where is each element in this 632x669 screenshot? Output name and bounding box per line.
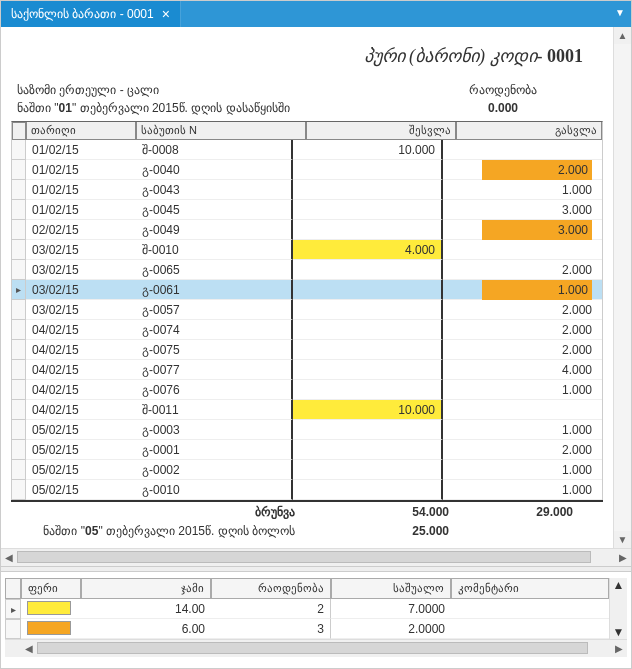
row-indicator — [12, 260, 26, 280]
horizontal-scrollbar-lower[interactable]: ◀ ▶ — [5, 639, 627, 657]
table-row[interactable]: 05/02/15გ-00031.000 — [12, 420, 602, 440]
row-indicator — [12, 380, 26, 400]
scroll-down-icon[interactable]: ▼ — [618, 531, 628, 548]
table-row[interactable]: 04/02/15გ-00742.000 — [12, 320, 602, 340]
vertical-scrollbar[interactable]: ▲ ▼ — [613, 27, 631, 548]
cell-out: 1.000 — [443, 280, 602, 300]
cell-comment — [451, 619, 609, 639]
cell-doc: გ-0010 — [136, 480, 293, 500]
closing-value: 25.000 — [305, 524, 455, 538]
table-row[interactable]: 01/02/15გ-00431.000 — [12, 180, 602, 200]
table-row[interactable]: 02/02/15გ-00493.000 — [12, 220, 602, 240]
totals-label: ბრუნვა — [11, 505, 305, 519]
row-indicator — [12, 440, 26, 460]
table-row[interactable]: 01/02/15გ-00453.000 — [12, 200, 602, 220]
table-row[interactable]: 04/02/15გ-00761.000 — [12, 380, 602, 400]
table-row[interactable]: 04/02/15გ-00774.000 — [12, 360, 602, 380]
table-row[interactable]: ▸03/02/15გ-00611.000 — [12, 280, 602, 300]
table-row[interactable]: 05/02/15გ-00021.000 — [12, 460, 602, 480]
cell-date: 03/02/15 — [26, 300, 136, 320]
opening-balance-label: ნაშთი "01" თებერვალი 2015წ. დღის დასაწყი… — [17, 101, 290, 115]
table-row[interactable]: 04/02/15გ-00752.000 — [12, 340, 602, 360]
cell-doc: შ-0011 — [136, 400, 293, 420]
cell-in — [293, 180, 443, 200]
cell-date: 04/02/15 — [26, 340, 136, 360]
scroll-up-icon[interactable]: ▲ — [618, 27, 628, 44]
grid-header-in[interactable]: შესვლა — [306, 122, 456, 140]
closing-row: ნაშთი "05" თებერვალი 2015წ. დღის ბოლოს 2… — [11, 522, 603, 544]
cell-in — [293, 460, 443, 480]
cell-doc: გ-0040 — [136, 160, 293, 180]
scroll-thumb[interactable] — [37, 642, 588, 654]
cell-out: 1.000 — [443, 420, 602, 440]
cell-out: 2.000 — [443, 340, 602, 360]
table-row[interactable]: 01/02/15შ-000810.000 — [12, 140, 602, 160]
scroll-track[interactable] — [614, 44, 631, 531]
tab-bar: საქონლის ბარათი - 0001 × ▼ — [1, 1, 631, 27]
scroll-right-icon[interactable]: ▶ — [611, 643, 627, 654]
summary-row[interactable]: 6.0032.0000 — [5, 619, 609, 639]
page-title: პური (ბარონი) კოდი- 0001 — [11, 37, 603, 81]
table-row[interactable]: 05/02/15გ-00101.000 — [12, 480, 602, 500]
cell-date: 02/02/15 — [26, 220, 136, 240]
cell-in — [293, 420, 443, 440]
summary-grid-header: ფერი ჯამი რაოდენობა საშუალო კომენტარი — [5, 578, 609, 599]
close-icon[interactable]: × — [162, 7, 170, 21]
summary-header-qty[interactable]: რაოდენობა — [211, 578, 331, 599]
cell-date: 03/02/15 — [26, 240, 136, 260]
table-row[interactable]: 03/02/15გ-00572.000 — [12, 300, 602, 320]
scroll-up-icon[interactable]: ▲ — [613, 578, 625, 592]
table-row[interactable]: 04/02/15შ-001110.000 — [12, 400, 602, 420]
cell-color — [21, 619, 81, 639]
scroll-left-icon[interactable]: ◀ — [1, 552, 17, 563]
cell-date: 04/02/15 — [26, 360, 136, 380]
cell-out — [443, 240, 602, 260]
summary-header-color[interactable]: ფერი — [21, 578, 81, 599]
cell-in: 10.000 — [293, 140, 443, 160]
grid-header-out[interactable]: გასვლა — [456, 122, 602, 140]
table-row[interactable]: 01/02/15გ-00402.000 — [12, 160, 602, 180]
table-row[interactable]: 03/02/15გ-00652.000 — [12, 260, 602, 280]
qty-label: რაოდენობა — [423, 83, 583, 97]
summary-row[interactable]: ▸14.0027.0000 — [5, 599, 609, 619]
summary-pane: ფერი ჯამი რაოდენობა საშუალო კომენტარი ▸1… — [1, 572, 631, 659]
totals-out: 29.000 — [455, 505, 603, 519]
scroll-thumb[interactable] — [17, 551, 591, 563]
scroll-right-icon[interactable]: ▶ — [615, 552, 631, 563]
cell-doc: გ-0065 — [136, 260, 293, 280]
cell-doc: გ-0001 — [136, 440, 293, 460]
cell-doc: გ-0061 — [136, 280, 293, 300]
cell-date: 03/02/15 — [26, 280, 136, 300]
row-indicator — [12, 420, 26, 440]
cell-out: 1.000 — [443, 380, 602, 400]
tab-item-card[interactable]: საქონლის ბარათი - 0001 × — [1, 1, 181, 27]
summary-header-avg[interactable]: საშუალო — [331, 578, 451, 599]
grid-header-mark — [12, 122, 26, 140]
cell-doc: გ-0003 — [136, 420, 293, 440]
summary-vertical-scrollbar[interactable]: ▲ ▼ — [609, 578, 627, 639]
table-row[interactable]: 05/02/15გ-00012.000 — [12, 440, 602, 460]
cell-in — [293, 200, 443, 220]
summary-header-comment[interactable]: კომენტარი — [451, 578, 609, 599]
grid-header-date[interactable]: თარიღი — [26, 122, 136, 140]
row-indicator — [12, 160, 26, 180]
cell-in — [293, 440, 443, 460]
scroll-down-icon[interactable]: ▼ — [613, 625, 625, 639]
scroll-left-icon[interactable]: ◀ — [21, 643, 37, 654]
row-indicator — [12, 300, 26, 320]
cell-qty: 2 — [211, 599, 331, 619]
cell-doc: გ-0057 — [136, 300, 293, 320]
chevron-down-icon[interactable]: ▼ — [615, 7, 625, 18]
grid-header-doc[interactable]: საბუთის N — [136, 122, 306, 140]
table-row[interactable]: 03/02/15შ-00104.000 — [12, 240, 602, 260]
totals-row: ბრუნვა 54.000 29.000 — [11, 500, 603, 522]
cell-doc: შ-0010 — [136, 240, 293, 260]
row-indicator: ▸ — [5, 599, 21, 619]
cell-out: 1.000 — [443, 180, 602, 200]
horizontal-scrollbar-upper[interactable]: ◀ ▶ — [1, 548, 631, 566]
cell-doc: გ-0043 — [136, 180, 293, 200]
opening-balance-value: 0.000 — [488, 101, 518, 115]
cell-in — [293, 360, 443, 380]
grid-body: 01/02/15შ-000810.00001/02/15გ-00402.0000… — [12, 140, 602, 500]
summary-header-sum[interactable]: ჯამი — [81, 578, 211, 599]
